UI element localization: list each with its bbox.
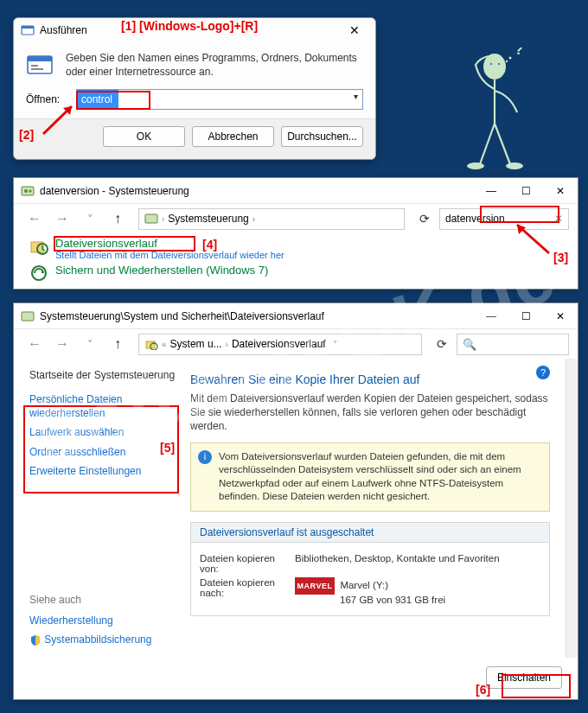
browse-button[interactable]: Durchsuchen... bbox=[281, 126, 363, 147]
minimize-button[interactable]: — bbox=[474, 178, 508, 204]
copy-to-row: Dateien kopieren nach: MARVEL Marvel (Y:… bbox=[200, 577, 540, 605]
control-panel-search-window: datenversion - Systemsteuerung — ☐ ✕ ← →… bbox=[13, 177, 578, 290]
svg-rect-3 bbox=[28, 56, 52, 61]
search-input[interactable] bbox=[476, 338, 563, 350]
run-titlebar: Ausführen ✕ bbox=[14, 18, 375, 42]
main-description: Mit dem Dateiversionsverlauf werden Kopi… bbox=[190, 392, 550, 434]
crumb-2[interactable]: Dateiversionsverlauf bbox=[232, 338, 326, 350]
close-button[interactable]: ✕ bbox=[341, 23, 368, 37]
svg-point-19 bbox=[29, 189, 32, 192]
ok-button[interactable]: OK bbox=[103, 126, 185, 147]
sidebar-exclude-folders[interactable]: Ordner ausschließen bbox=[29, 445, 176, 459]
warning-box: i Vom Dateiversionsverlauf wurden Dateie… bbox=[190, 442, 550, 512]
status-heading: Dateiversionsverlauf ist ausgeschaltet bbox=[191, 523, 549, 543]
help-button[interactable]: ? bbox=[536, 366, 550, 379]
sidebar-recovery[interactable]: Wiederherstellung bbox=[29, 614, 176, 627]
run-title-text: Ausführen bbox=[40, 24, 87, 36]
svg-line-10 bbox=[480, 124, 495, 164]
cp1-title-text: datenversion - Systemsteuerung bbox=[40, 185, 189, 197]
system-image-label: Systemabbildsicherung bbox=[44, 633, 151, 646]
forward-button[interactable]: → bbox=[50, 208, 74, 230]
copy-from-value: Bibliotheken, Desktop, Kontakte und Favo… bbox=[295, 553, 540, 563]
file-history-icon bbox=[29, 237, 48, 256]
copy-from-label: Dateien kopieren von: bbox=[200, 553, 286, 574]
up-button[interactable]: ˅ bbox=[78, 208, 102, 230]
svg-point-8 bbox=[497, 62, 501, 66]
open-label: Öffnen: bbox=[26, 93, 69, 105]
run-dialog: Ausführen ✕ Geben Sie den Namen eines Pr… bbox=[13, 17, 376, 160]
svg-point-18 bbox=[24, 189, 28, 193]
back-button[interactable]: ← bbox=[22, 208, 47, 230]
cancel-button[interactable]: Abbrechen bbox=[192, 126, 274, 147]
cp1-navbar: ← → ˅ ↑ › Systemsteuerung › ⟳ ✕ bbox=[14, 204, 578, 233]
search-input[interactable] bbox=[445, 213, 554, 225]
copy-from-row: Dateien kopieren von: Bibliotheken, Desk… bbox=[200, 553, 540, 574]
up-arrow-button[interactable]: ↑ bbox=[105, 334, 130, 355]
breadcrumb[interactable]: « System u... › Dateiversionsverlauf ˅ bbox=[138, 334, 422, 355]
sidebar-advanced-settings[interactable]: Erweiterte Einstellungen bbox=[29, 464, 176, 478]
main-content: ? Bewahren Sie eine Kopie Ihrer Dateien … bbox=[185, 359, 566, 658]
refresh-button[interactable]: ⟳ bbox=[431, 337, 453, 351]
svg-point-15 bbox=[509, 57, 512, 60]
control-panel-icon bbox=[144, 213, 158, 225]
svg-point-16 bbox=[506, 60, 508, 62]
close-button[interactable]: ✕ bbox=[543, 178, 578, 204]
sidebar-restore-files[interactable]: Persönliche Dateien wiederherstellen bbox=[29, 392, 176, 420]
svg-point-12 bbox=[467, 162, 484, 169]
control-panel-icon bbox=[21, 185, 35, 197]
svg-rect-5 bbox=[31, 68, 43, 70]
clear-search-icon[interactable]: ✕ bbox=[554, 213, 563, 225]
search-box[interactable]: ✕ bbox=[439, 208, 569, 230]
copy-to-label: Dateien kopieren nach: bbox=[200, 577, 286, 598]
drive-name: Marvel (Y:) bbox=[340, 580, 388, 590]
info-icon: i bbox=[198, 450, 212, 464]
run-input[interactable] bbox=[76, 89, 363, 110]
breadcrumb[interactable]: › Systemsteuerung › bbox=[138, 208, 405, 230]
run-app-icon bbox=[21, 24, 35, 36]
svg-point-13 bbox=[506, 162, 523, 169]
sidebar-select-drive[interactable]: Laufwerk auswählen bbox=[29, 425, 176, 439]
cp2-titlebar: Systemsteuerung\System und Sicherheit\Da… bbox=[14, 303, 578, 329]
control-panel-icon bbox=[21, 310, 35, 322]
sidebar-home-link[interactable]: Startseite der Systemsteuerung bbox=[29, 369, 176, 381]
recent-button[interactable]: ˅ bbox=[78, 334, 102, 355]
shield-icon bbox=[29, 634, 42, 646]
drive-space: 167 GB von 931 GB frei bbox=[340, 595, 445, 605]
cp2-title-text: Systemsteuerung\System und Sicherheit\Da… bbox=[40, 310, 324, 322]
run-icon bbox=[26, 51, 55, 79]
minimize-button[interactable]: — bbox=[474, 303, 508, 329]
backup-icon bbox=[29, 264, 48, 283]
result-title-link[interactable]: Dateiversionsverlauf bbox=[55, 237, 284, 250]
forward-button[interactable]: → bbox=[50, 334, 74, 355]
result-file-history: Dateiversionsverlauf Stellt Dateien mit … bbox=[29, 235, 562, 262]
up-arrow-button[interactable]: ↑ bbox=[105, 208, 130, 230]
svg-point-7 bbox=[489, 62, 493, 66]
refresh-button[interactable]: ⟳ bbox=[413, 212, 436, 226]
result-title-link[interactable]: Sichern und Wiederherstellen (Windows 7) bbox=[55, 264, 268, 277]
cp2-navbar: ← → ˅ ↑ « System u... › Dateiversionsver… bbox=[14, 329, 578, 359]
file-history-small-icon bbox=[144, 338, 158, 350]
copy-to-value: MARVEL Marvel (Y:) 167 GB von 931 GB fre… bbox=[295, 577, 540, 605]
maximize-button[interactable]: ☐ bbox=[508, 303, 543, 329]
search-box[interactable]: 🔍 bbox=[457, 334, 569, 355]
thinking-figure: ? bbox=[450, 48, 545, 177]
svg-rect-4 bbox=[31, 65, 38, 67]
chevron-down-icon[interactable]: ▾ bbox=[354, 92, 358, 101]
svg-rect-24 bbox=[22, 312, 34, 321]
maximize-button[interactable]: ☐ bbox=[508, 178, 543, 204]
run-description: Geben Sie den Namen eines Programms, Ord… bbox=[66, 51, 363, 79]
search-results: Dateiversionsverlauf Stellt Dateien mit … bbox=[14, 233, 578, 286]
status-panel: Dateiversionsverlauf ist ausgeschaltet D… bbox=[190, 522, 550, 616]
enable-button[interactable]: Einschalten bbox=[486, 666, 562, 689]
button-row: Einschalten bbox=[14, 658, 578, 699]
scrollbar[interactable] bbox=[566, 359, 578, 658]
svg-rect-1 bbox=[22, 26, 34, 29]
file-history-window: Systemsteuerung\System und Sicherheit\Da… bbox=[13, 302, 578, 700]
crumb-root[interactable]: Systemsteuerung bbox=[168, 213, 248, 225]
svg-rect-20 bbox=[145, 214, 157, 223]
back-button[interactable]: ← bbox=[22, 334, 47, 355]
close-button[interactable]: ✕ bbox=[543, 303, 578, 329]
crumb-1[interactable]: System u... bbox=[170, 338, 222, 350]
result-subtitle-link[interactable]: Stellt Dateien mit dem Dateiversionsverl… bbox=[55, 250, 284, 260]
sidebar-system-image[interactable]: Systemabbildsicherung bbox=[29, 633, 176, 646]
